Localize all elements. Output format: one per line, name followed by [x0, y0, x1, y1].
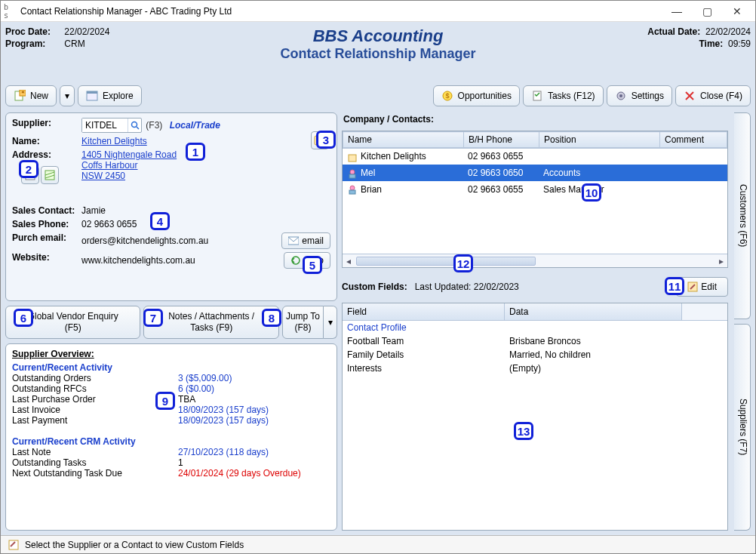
- app-icon: b s: [4, 5, 16, 17]
- minimize-button[interactable]: —: [662, 2, 692, 21]
- explore-button[interactable]: Explore: [78, 85, 142, 106]
- svg-text:✶: ✶: [20, 90, 26, 96]
- new-dropdown[interactable]: ▾: [60, 85, 75, 106]
- new-button[interactable]: ✶ New: [5, 85, 57, 106]
- proc-date-label: Proc Date:: [5, 26, 62, 37]
- overview-key: Outstanding Orders: [12, 373, 178, 383]
- custom-row[interactable]: Interests(Empty): [343, 362, 727, 375]
- overview-value: 1: [178, 457, 330, 468]
- overview-value: 18/09/2023 (157 days): [178, 415, 330, 426]
- close-icon: [684, 90, 696, 102]
- notes-l1: Notes / Attachments /: [147, 311, 275, 322]
- custom-row[interactable]: Contact Profile: [343, 321, 727, 334]
- email-button[interactable]: email: [281, 232, 330, 249]
- address-line2[interactable]: Coffs Harbour: [81, 160, 137, 171]
- close-label: Close (F4): [700, 91, 742, 101]
- svg-text:$: $: [445, 92, 449, 100]
- explore-label: Explore: [103, 91, 134, 101]
- col-position[interactable]: Position: [539, 132, 660, 148]
- svg-rect-18: [349, 155, 356, 162]
- custom-field: Contact Profile: [343, 321, 505, 334]
- contact-name: Mel: [361, 168, 375, 178]
- custom-data: (Empty): [505, 362, 727, 375]
- notes-attachments-tasks-button[interactable]: Notes / Attachments / Tasks (F9): [143, 306, 278, 339]
- contact-row[interactable]: Kitchen Delights02 9663 0655: [343, 149, 727, 165]
- actual-date-label: Actual Date:: [640, 26, 700, 37]
- program-label: Program:: [5, 38, 62, 49]
- overview-section1: Current/Recent Activity: [12, 362, 330, 373]
- scroll-right-icon[interactable]: ▸: [715, 255, 727, 267]
- custom-row[interactable]: Family DetailsMarried, No children: [343, 348, 727, 362]
- maximize-button[interactable]: ▢: [692, 2, 722, 21]
- contact-row[interactable]: Brian02 9663 0655Sales Manager: [343, 181, 727, 198]
- custom-field: Family Details: [343, 348, 505, 362]
- callout-8: 8: [262, 309, 281, 327]
- email-label: email: [302, 235, 324, 246]
- close-button[interactable]: Close (F4): [675, 85, 751, 106]
- svg-rect-22: [349, 190, 355, 194]
- overview-value: 24/01/2024 (29 days Overdue): [178, 468, 330, 479]
- purch-email: orders@kitchendelights.com.au: [81, 235, 208, 246]
- settings-icon: [615, 90, 627, 102]
- svg-rect-24: [9, 540, 18, 549]
- scroll-left-icon[interactable]: ◂: [343, 255, 355, 267]
- supplier-code-input[interactable]: [82, 118, 128, 132]
- contact-name: Brian: [361, 184, 382, 195]
- program-value: CRM: [64, 38, 85, 49]
- callout-4: 4: [150, 212, 170, 230]
- tasks-label: Tasks (F12): [548, 91, 595, 101]
- customers-tab[interactable]: Customers (F6): [734, 112, 751, 319]
- contacts-header-row: Name B/H Phone Position Comment: [343, 132, 727, 148]
- titlebar: b s Contact Relationship Manager - ABC T…: [1, 1, 755, 22]
- opportunities-button[interactable]: $ Opportunities: [433, 85, 520, 106]
- callout-10: 10: [582, 183, 601, 202]
- overview-heading: Supplier Overview:: [12, 349, 330, 359]
- tasks-icon: [531, 90, 543, 102]
- contacts-horizontal-scrollbar[interactable]: ◂ ▸: [343, 254, 727, 267]
- close-window-button[interactable]: ✕: [722, 2, 752, 21]
- new-label: New: [30, 91, 48, 101]
- supplier-name-link[interactable]: Kitchen Delights: [81, 136, 147, 146]
- overview-key: Last Payment: [12, 415, 178, 426]
- map-icon-button[interactable]: [41, 166, 59, 184]
- col-phone[interactable]: B/H Phone: [464, 132, 539, 148]
- scroll-thumb[interactable]: [356, 257, 536, 266]
- address-line1[interactable]: 1405 Nightengale Road: [81, 149, 177, 160]
- col-comment[interactable]: Comment: [660, 132, 727, 148]
- svg-rect-4: [87, 91, 97, 94]
- overview-value: 6 ($0.00): [178, 383, 330, 394]
- overview-key: Outstanding RFCs: [12, 383, 178, 394]
- custom-row[interactable]: Football TeamBrisbane Broncos: [343, 334, 727, 348]
- suppliers-tab[interactable]: Suppliers (F7): [734, 324, 751, 531]
- jump-to-button[interactable]: Jump To (F8): [282, 306, 324, 339]
- new-icon: ✶: [14, 90, 26, 102]
- callout-5: 5: [303, 256, 322, 274]
- svg-point-21: [350, 186, 355, 190]
- jump-l1: Jump To: [286, 311, 320, 322]
- callout-9: 9: [155, 392, 175, 410]
- jump-to-dropdown[interactable]: ▾: [324, 306, 337, 339]
- time-value: 09:59: [728, 38, 751, 49]
- purch-email-label: Purch email:: [12, 232, 81, 243]
- contact-row[interactable]: Mel02 9663 0650Accounts: [343, 165, 727, 181]
- edit-icon: [687, 282, 698, 292]
- contact-comment: [659, 149, 727, 165]
- contacts-heading: Company / Contacts:: [343, 114, 728, 125]
- custom-col-field[interactable]: Field: [343, 303, 505, 320]
- overview-value: TBA: [178, 394, 330, 405]
- callout-12: 12: [453, 254, 473, 272]
- settings-button[interactable]: Settings: [607, 85, 672, 106]
- contact-name: Kitchen Delights: [361, 151, 426, 162]
- address-line3[interactable]: NSW 2450: [81, 171, 125, 181]
- overview-key: Last Purchase Order: [12, 394, 178, 405]
- proc-date: 22/02/2024: [64, 26, 109, 37]
- status-icon: [7, 538, 20, 552]
- website-label: Website:: [12, 252, 81, 263]
- supplier-lookup[interactable]: [81, 118, 142, 133]
- col-name[interactable]: Name: [343, 132, 464, 148]
- contact-comment: [659, 165, 727, 181]
- tasks-button[interactable]: Tasks (F12): [523, 85, 604, 106]
- search-icon[interactable]: [128, 118, 141, 132]
- f3-hint: (F3): [146, 120, 162, 131]
- custom-col-data[interactable]: Data: [505, 303, 682, 320]
